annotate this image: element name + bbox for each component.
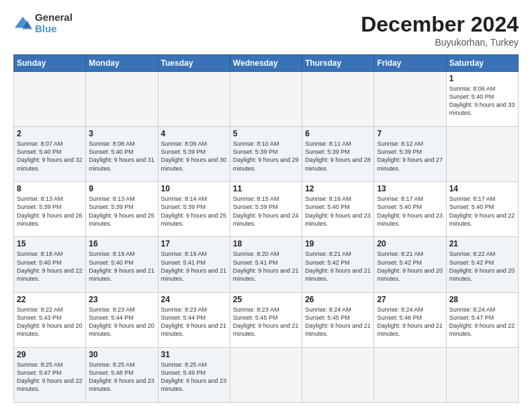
calendar-week-3: 8Sunrise: 8:13 AMSunset: 5:39 PMDaylight… [14,182,519,237]
day-info: Sunrise: 8:07 AMSunset: 5:40 PMDaylight:… [17,140,83,173]
calendar-cell: 19Sunrise: 8:21 AMSunset: 5:42 PMDayligh… [302,237,374,292]
calendar-cell: 24Sunrise: 8:23 AMSunset: 5:44 PMDayligh… [158,292,230,347]
calendar-cell: 23Sunrise: 8:23 AMSunset: 5:44 PMDayligh… [86,292,158,347]
calendar-week-2: 2Sunrise: 8:07 AMSunset: 5:40 PMDaylight… [14,127,519,182]
day-info: Sunrise: 8:14 AMSunset: 5:39 PMDaylight:… [161,195,227,228]
day-info: Sunrise: 8:23 AMSunset: 5:45 PMDaylight:… [233,306,299,338]
day-number: 15 [17,239,83,248]
calendar-cell [374,347,446,402]
day-number: 11 [233,184,299,193]
day-info: Sunrise: 8:16 AMSunset: 5:40 PMDaylight:… [305,195,371,228]
day-info: Sunrise: 8:25 AMSunset: 5:47 PMDaylight:… [17,361,83,394]
day-number: 29 [17,350,83,359]
logo-general-text: General [35,12,73,24]
day-number: 1 [449,74,515,83]
header: General Blue December 2024 Buyukorhan, T… [13,12,519,48]
calendar-cell: 22Sunrise: 8:22 AMSunset: 5:43 PMDayligh… [14,292,86,347]
day-number: 5 [233,129,299,138]
calendar-cell: 20Sunrise: 8:21 AMSunset: 5:42 PMDayligh… [374,237,446,292]
calendar-week-4: 15Sunrise: 8:18 AMSunset: 5:40 PMDayligh… [14,237,519,292]
calendar-cell: 13Sunrise: 8:17 AMSunset: 5:40 PMDayligh… [374,182,446,237]
calendar-cell: 16Sunrise: 8:19 AMSunset: 5:40 PMDayligh… [86,237,158,292]
calendar-cell: 5Sunrise: 8:10 AMSunset: 5:39 PMDaylight… [230,127,302,182]
calendar-cell: 29Sunrise: 8:25 AMSunset: 5:47 PMDayligh… [14,347,86,402]
calendar-cell [86,72,158,127]
day-number: 9 [89,184,154,193]
calendar-cell: 31Sunrise: 8:25 AMSunset: 5:49 PMDayligh… [158,347,230,402]
day-info: Sunrise: 8:20 AMSunset: 5:41 PMDaylight:… [233,250,299,283]
day-number: 3 [89,129,154,138]
day-info: Sunrise: 8:22 AMSunset: 5:43 PMDaylight:… [17,306,83,338]
calendar-cell: 4Sunrise: 8:09 AMSunset: 5:39 PMDaylight… [158,127,230,182]
day-number: 10 [161,184,227,193]
weekday-header-tuesday: Tuesday [158,55,230,72]
calendar-cell: 7Sunrise: 8:12 AMSunset: 5:39 PMDaylight… [374,127,446,182]
logo-blue-text: Blue [35,24,73,35]
day-number: 24 [161,295,227,304]
weekday-header-wednesday: Wednesday [230,55,302,72]
day-number: 8 [17,184,83,193]
month-title: December 2024 [361,12,519,37]
title-block: December 2024 Buyukorhan, Turkey [361,12,519,48]
logo-icon [13,14,32,33]
calendar-table: SundayMondayTuesdayWednesdayThursdayFrid… [13,54,519,403]
calendar-cell: 17Sunrise: 8:19 AMSunset: 5:41 PMDayligh… [158,237,230,292]
calendar-cell [374,72,446,127]
weekday-header-saturday: Saturday [446,55,518,72]
calendar-week-5: 22Sunrise: 8:22 AMSunset: 5:43 PMDayligh… [14,292,519,347]
day-number: 17 [161,239,227,248]
calendar-cell: 18Sunrise: 8:20 AMSunset: 5:41 PMDayligh… [230,237,302,292]
day-info: Sunrise: 8:25 AMSunset: 5:48 PMDaylight:… [89,361,154,394]
day-number: 27 [377,295,443,304]
day-info: Sunrise: 8:23 AMSunset: 5:44 PMDaylight:… [89,306,154,338]
day-number: 4 [161,129,227,138]
day-info: Sunrise: 8:17 AMSunset: 5:40 PMDaylight:… [449,195,515,228]
day-info: Sunrise: 8:08 AMSunset: 5:40 PMDaylight:… [89,140,154,173]
day-info: Sunrise: 8:24 AMSunset: 5:47 PMDaylight:… [449,306,515,338]
day-info: Sunrise: 8:24 AMSunset: 5:45 PMDaylight:… [305,306,371,338]
day-info: Sunrise: 8:22 AMSunset: 5:42 PMDaylight:… [449,250,515,283]
day-info: Sunrise: 8:19 AMSunset: 5:41 PMDaylight:… [161,250,227,283]
day-info: Sunrise: 8:10 AMSunset: 5:39 PMDaylight:… [233,140,299,173]
day-number: 16 [89,239,154,248]
calendar-cell: 30Sunrise: 8:25 AMSunset: 5:48 PMDayligh… [86,347,158,402]
day-number: 12 [305,184,371,193]
day-info: Sunrise: 8:24 AMSunset: 5:46 PMDaylight:… [377,306,443,338]
day-info: Sunrise: 8:13 AMSunset: 5:39 PMDaylight:… [17,195,83,228]
weekday-header-friday: Friday [374,55,446,72]
day-number: 6 [305,129,371,138]
calendar-cell [302,72,374,127]
calendar-week-6: 29Sunrise: 8:25 AMSunset: 5:47 PMDayligh… [14,347,519,402]
day-number: 20 [377,239,443,248]
day-info: Sunrise: 8:25 AMSunset: 5:49 PMDaylight:… [161,361,227,394]
calendar-week-1: 1Sunrise: 8:06 AMSunset: 5:40 PMDaylight… [14,72,519,127]
calendar-cell: 10Sunrise: 8:14 AMSunset: 5:39 PMDayligh… [158,182,230,237]
calendar-cell: 9Sunrise: 8:13 AMSunset: 5:39 PMDaylight… [86,182,158,237]
calendar-cell: 28Sunrise: 8:24 AMSunset: 5:47 PMDayligh… [446,292,518,347]
weekday-header-sunday: Sunday [14,55,86,72]
calendar-cell: 2Sunrise: 8:07 AMSunset: 5:40 PMDaylight… [14,127,86,182]
day-info: Sunrise: 8:06 AMSunset: 5:40 PMDaylight:… [449,85,515,118]
day-number: 28 [449,295,515,304]
day-number: 7 [377,129,443,138]
day-number: 19 [305,239,371,248]
calendar-cell: 12Sunrise: 8:16 AMSunset: 5:40 PMDayligh… [302,182,374,237]
location: Buyukorhan, Turkey [361,37,519,48]
day-number: 13 [377,184,443,193]
calendar-cell [158,72,230,127]
day-number: 26 [305,295,371,304]
weekday-header-thursday: Thursday [302,55,374,72]
calendar-cell [230,347,302,402]
day-number: 30 [89,350,154,359]
day-number: 23 [89,295,154,304]
calendar-cell [230,72,302,127]
calendar-cell [446,127,518,182]
day-number: 25 [233,295,299,304]
calendar-cell: 3Sunrise: 8:08 AMSunset: 5:40 PMDaylight… [86,127,158,182]
day-number: 2 [17,129,83,138]
calendar-cell [14,72,86,127]
page: General Blue December 2024 Buyukorhan, T… [0,0,532,411]
calendar-cell: 21Sunrise: 8:22 AMSunset: 5:42 PMDayligh… [446,237,518,292]
day-info: Sunrise: 8:09 AMSunset: 5:39 PMDaylight:… [161,140,227,173]
calendar-cell: 25Sunrise: 8:23 AMSunset: 5:45 PMDayligh… [230,292,302,347]
